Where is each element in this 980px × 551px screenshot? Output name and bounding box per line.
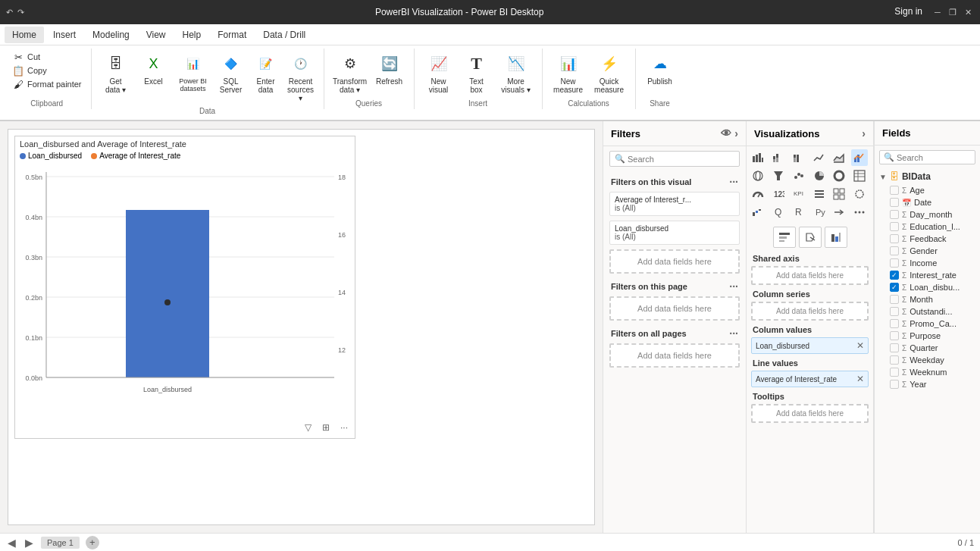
line-values-clear[interactable]: ✕ [856,374,864,384]
viz-map[interactable] [750,167,766,184]
viz-donut[interactable] [831,167,847,184]
recent-sources-button[interactable]: 🕐 Recent sources ▾ [284,50,318,104]
publish-button[interactable]: ☁ Publish [642,50,678,87]
viz-table[interactable] [851,167,868,184]
viz-slicer[interactable] [811,186,828,202]
viz-card[interactable]: 123 [770,186,787,202]
viz-more[interactable] [851,204,868,221]
field-checkbox-year[interactable] [890,380,899,389]
more-visuals-button[interactable]: 📉 Morevisuals ▾ [496,50,536,95]
field-checkbox-purpose[interactable] [890,331,899,340]
quick-measure-button[interactable]: ⚡ Quickmeasure [590,50,629,95]
viz-combo-chart[interactable] [851,149,868,166]
menu-modeling[interactable]: Modeling [85,27,137,43]
field-item-weekday[interactable]: Σ Weekday [875,354,980,366]
filters-page-more[interactable]: ··· [729,280,738,293]
format-analytics-btn[interactable] [825,227,847,248]
filters-search-input[interactable] [628,155,734,164]
format-paint-btn[interactable] [799,227,822,248]
add-page-button[interactable]: + [86,536,99,549]
field-checkbox-weekday[interactable] [890,355,899,365]
signin-button[interactable]: Sign in [894,6,922,18]
new-visual-button[interactable]: 📈 Newvisual [421,50,457,95]
cut-button[interactable]: ✂ Cut [9,50,85,64]
field-item-loan-disbu[interactable]: ✓ Σ Loan_disbu... [875,281,980,293]
copy-button[interactable]: 📋 Copy [9,64,85,77]
field-checkbox-promo-ca[interactable] [890,319,899,328]
filters-expand-icon[interactable]: › [734,127,738,139]
menu-view[interactable]: View [139,27,174,43]
field-item-month[interactable]: Σ Month [875,293,980,305]
column-values-drop[interactable]: Loan_disbursed ✕ [751,337,869,354]
column-series-drop[interactable]: Add data fields here [751,302,869,321]
menu-help[interactable]: Help [175,27,209,43]
new-measure-button[interactable]: 📊 Newmeasure [549,50,588,95]
viz-python[interactable]: Py [811,204,828,221]
field-checkbox-age[interactable] [890,186,899,195]
filter-card-loan[interactable]: Loan_disbursed is (All) [609,221,740,245]
chart-focus-btn[interactable]: ⊞ [318,420,333,435]
field-checkbox-education[interactable] [890,222,899,231]
viz-pie-chart[interactable] [811,167,828,184]
viz-line-chart[interactable] [811,149,828,166]
page-nav-prev[interactable]: ◀ [6,537,17,549]
field-item-outstandi[interactable]: Σ Outstandi... [875,305,980,318]
filter-card-interest[interactable]: Average of Interest_r... is (All) [609,192,740,216]
filters-visual-add[interactable]: Add data fields here [609,249,740,274]
viz-stacked-bar[interactable] [770,149,787,166]
filters-allpages-more[interactable]: ··· [729,327,738,340]
field-checkbox-date[interactable] [890,198,899,207]
field-checkbox-quarter[interactable] [890,343,899,352]
filters-allpages-add[interactable]: Add data fields here [609,343,740,368]
viz-expand-icon[interactable]: › [862,127,866,139]
format-fields-btn[interactable] [773,227,796,248]
refresh-button[interactable]: 🔄 Refresh [371,50,408,87]
undo-button[interactable]: ↶ [6,8,13,17]
viz-scatter[interactable] [791,167,807,184]
shared-axis-drop[interactable]: Add data fields here [751,266,869,285]
viz-custom[interactable] [851,186,868,202]
field-item-quarter[interactable]: Σ Quarter [875,342,980,354]
field-item-promo-ca[interactable]: Σ Promo_Ca... [875,318,980,330]
viz-matrix[interactable] [831,186,847,202]
restore-button[interactable]: ❐ [947,6,959,18]
line-values-drop[interactable]: Average of Interest_rate ✕ [751,371,869,387]
menu-insert[interactable]: Insert [45,27,83,43]
viz-100-stacked[interactable] [791,149,807,166]
viz-gauge[interactable] [750,186,766,202]
chart-filter-btn[interactable]: ▽ [300,420,315,435]
chart-more-btn[interactable]: ··· [337,420,352,435]
get-data-button[interactable]: 🗄 Getdata ▾ [98,50,134,95]
filters-eye-icon[interactable]: 👁 [721,127,731,139]
field-item-date[interactable]: 📅 Date [875,196,980,208]
transform-data-button[interactable]: ⚙ Transformdata ▾ [330,50,370,95]
field-checkbox-weeknum[interactable] [890,368,899,377]
field-item-day-month[interactable]: Σ Day_month [875,208,980,221]
field-item-income[interactable]: Σ Income [875,257,980,269]
column-values-clear[interactable]: ✕ [856,340,864,351]
sql-server-button[interactable]: 🔷 SQLServer [214,50,248,95]
viz-funnel[interactable] [770,167,787,184]
viz-kpi[interactable]: KPI [791,186,807,202]
menu-home[interactable]: Home [5,27,44,43]
field-checkbox-feedback[interactable] [890,234,899,243]
field-item-interest-rate[interactable]: ✓ Σ Interest_rate [875,269,980,281]
page-tab-1[interactable]: Page 1 [41,537,80,549]
tooltips-drop[interactable]: Add data fields here [751,404,869,423]
viz-bar-chart[interactable] [750,149,766,166]
format-painter-button[interactable]: 🖌 Format painter [9,77,85,91]
field-checkbox-month[interactable] [890,295,899,304]
redo-button[interactable]: ↷ [17,8,24,17]
field-item-year[interactable]: Σ Year [875,378,980,390]
field-checkbox-income[interactable] [890,258,899,268]
field-item-age[interactable]: Σ Age [875,184,980,196]
filters-page-add[interactable]: Add data fields here [609,296,740,321]
close-button[interactable]: ✕ [962,6,974,18]
viz-waterfall[interactable] [750,204,766,221]
menu-format[interactable]: Format [210,27,254,43]
viz-qa[interactable]: Q [770,204,787,221]
excel-button[interactable]: X Excel [136,50,172,87]
enter-data-button[interactable]: 📝 Enterdata [249,50,283,95]
text-box-button[interactable]: T Textbox [459,50,495,95]
viz-r-script[interactable]: R [791,204,807,221]
